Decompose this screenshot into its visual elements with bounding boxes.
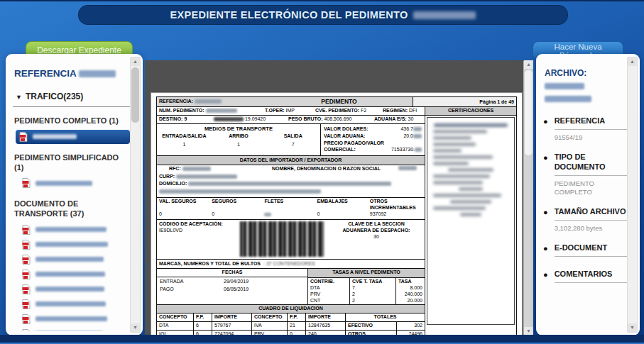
file-list-item[interactable] (18, 267, 130, 282)
file-info-label[interactable]: REFERENCIA (555, 116, 628, 126)
tasas-row: PRV2240.000 (308, 292, 425, 298)
marcas-row: MARCAS, NUMEROS Y TOTAL DE BULTOS : 37 C… (157, 260, 425, 269)
fecha-pago-row: PAGO 06/05/2019 (157, 285, 307, 294)
file-info-value: 3,102,280 bytes (555, 224, 628, 233)
label: T.OPER: (265, 108, 285, 113)
file-list-item[interactable] (18, 176, 130, 190)
file-list-item[interactable] (18, 253, 130, 267)
scroll-down-icon[interactable]: ▼ (131, 323, 140, 332)
divider (555, 282, 628, 283)
file-list-item[interactable] (18, 223, 130, 237)
collapse-arrow-icon[interactable]: ▼ (16, 94, 22, 101)
field-destino: DESTINO: 9 (157, 116, 212, 123)
redacted-certification-line (433, 206, 486, 210)
file-info-label[interactable]: TIPO DE DOCUMENTO (555, 152, 628, 172)
file-section-label: PEDIMENTO COMPLETO (1) (14, 116, 130, 126)
redacted-certification-line (448, 168, 493, 172)
value: : 37 CONTENEDORES (263, 261, 315, 267)
liquidacion-cell: 21 (288, 322, 306, 330)
file-info-label[interactable]: TAMAÑO ARCHIVO (555, 207, 628, 217)
medios-transporte-box: MEDIOS DE TRANSPORTE ENTRADA/SALIDAARRIB… (157, 124, 321, 155)
left-scrollbar-thumb[interactable] (131, 67, 139, 123)
scroll-up-icon[interactable]: ▲ (628, 57, 637, 66)
file-list-item[interactable] (16, 130, 130, 144)
transporte-value: 7 (266, 142, 320, 148)
doc-transporte-valores: MEDIOS DE TRANSPORTE ENTRADA/SALIDAARRIB… (157, 124, 425, 156)
file-info-item: ●TIPO DE DOCUMENTOPEDIMENTO COMPLETO (543, 152, 628, 198)
totales-label: EFECTIVO (346, 322, 397, 330)
label: NUM. PEDIMENTO: (159, 108, 204, 113)
liquidacion-column-header: IMPORTE (306, 314, 346, 321)
scroll-up-icon[interactable]: ▲ (524, 60, 533, 69)
redacted-certification-line (433, 194, 501, 197)
redacted-file-name (33, 134, 77, 139)
pdf-file-icon (22, 284, 31, 294)
scroll-down-icon[interactable]: ▼ (628, 323, 637, 332)
pdf-file-icon (22, 225, 31, 235)
label: DOMICILIO: (159, 181, 187, 186)
redacted-certification-line (433, 149, 462, 152)
right-panel-scrollbar[interactable]: ▲ ▼ (627, 57, 638, 333)
tasas-cell: CNT (308, 298, 350, 304)
field-peso-bruto: PESO BRUTO: 408,506.690 (286, 116, 372, 123)
domicilio-row-2 (157, 188, 425, 196)
doc-header-row: REFERENCIA: PEDIMENTO Página 1 de 49 (157, 97, 516, 107)
viewer-scrollbar-thumb[interactable] (525, 70, 533, 155)
footer-bar (0, 335, 644, 343)
redacted-file-name (545, 83, 584, 89)
barcode-image (240, 221, 324, 257)
redacted-reference-number (79, 70, 116, 77)
tasas-cell: PRV (308, 292, 350, 298)
tasas-cell: DTA (308, 285, 350, 292)
file-info-label[interactable]: E-DOCUMENT (555, 243, 628, 253)
clave-seccion: CLAVE DE LA SECCION ADUANERA DE DESPACHO… (328, 220, 425, 259)
label: CÓDIGO DE ACEPTACIÓN: (159, 221, 223, 226)
importador-bar: DATOS DEL IMPORTADOR / EXPORTADOR (157, 156, 425, 165)
liquidacion-cell: 12847635 (306, 322, 346, 330)
redacted-pedimento-number (413, 11, 476, 19)
file-list-item[interactable] (18, 312, 130, 326)
valor-dolares-row: VALOR DOLARES: 436.7 (324, 126, 422, 133)
left-sidebar-content: REFERENCIA ▼TRAFICO(235) PEDIMENTO COMPL… (13, 60, 130, 331)
file-info-list: ●REFERENCIA91554/19●TIPO DE DOCUMENTOPED… (543, 116, 628, 287)
left-sidebar: REFERENCIA ▼TRAFICO(235) PEDIMENTO COMPL… (6, 54, 143, 335)
file-list-item[interactable] (18, 297, 130, 311)
doc-fields-row-1: NUM. PEDIMENTO: T.OPER: IMP CVE. PEDIMEN… (157, 107, 425, 116)
certificaciones-column: CERTIFICACIONES (425, 107, 516, 335)
tasas-cell: 2 (350, 292, 396, 298)
scroll-up-icon[interactable]: ▲ (131, 57, 140, 66)
file-info-label[interactable]: COMENTARIOS (555, 270, 628, 279)
label: PESO BRUTO: (288, 116, 323, 121)
pdf-viewer: REFERENCIA: PEDIMENTO Página 1 de 49 NUM… (145, 60, 533, 335)
tasas-row: DTA78.000 (308, 285, 425, 292)
file-list-item[interactable] (18, 327, 130, 331)
fechas-box: FECHAS ENTRADA 29/04/2019 PAGO 06/05/201… (157, 269, 308, 304)
field-t-oper: T.OPER: IMP (263, 108, 313, 114)
redacted-file-name (36, 181, 92, 186)
sidebar-item-trafico[interactable]: ▼TRAFICO(235) (16, 91, 130, 101)
file-list-item[interactable] (18, 238, 130, 252)
fechas-title: FECHAS (157, 269, 307, 277)
viewer-scrollbar[interactable]: ▲ ▼ (523, 60, 533, 335)
value: 408,506.690 (324, 116, 351, 121)
redacted-file-name (36, 272, 105, 277)
incrementables-columns: VAL. SEGUROSSEGUROSFLETESEMBALAJESOTROS … (157, 198, 425, 212)
incrementables-column-header: OTROS INCREMENTABLES (370, 199, 422, 211)
file-info-item: ●E-DOCUMENT (543, 243, 628, 260)
file-list-item[interactable] (18, 282, 130, 296)
label: CLAVE DE LA SECCION (348, 221, 405, 226)
archivo-label: ARCHIVO: (545, 68, 586, 78)
redacted-certification-line (460, 213, 481, 216)
label: PAGO (160, 287, 224, 293)
left-panel-scrollbar[interactable]: ▲ ▼ (130, 57, 141, 333)
value: 71533730. (391, 147, 422, 153)
label: DESTINO: (159, 116, 182, 121)
label: CVE. PEDIMENTO: (315, 108, 359, 113)
bullet-icon: ● (543, 116, 548, 143)
file-section-label: PEDIMENTO SIMPLIFICADO (1) (14, 153, 130, 173)
transporte-column-header: ARRIBO (212, 133, 266, 140)
redacted-certification-line (450, 200, 491, 204)
label: RFC: (169, 166, 181, 171)
reference-heading-row: REFERENCIA (14, 68, 130, 79)
divider (555, 256, 628, 257)
